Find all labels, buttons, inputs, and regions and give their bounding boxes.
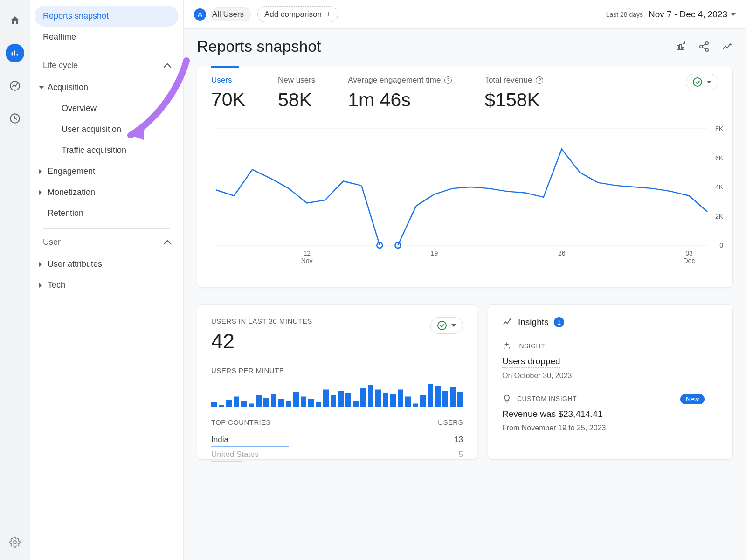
svg-rect-29 (234, 397, 239, 408)
svg-rect-52 (405, 397, 411, 408)
section-label: User (43, 237, 61, 247)
svg-rect-34 (271, 394, 276, 408)
svg-rect-56 (435, 386, 441, 407)
nav-overview[interactable]: Overview (36, 98, 179, 119)
svg-rect-57 (442, 391, 448, 407)
col-users: USERS (438, 418, 463, 426)
svg-text:8K: 8K (715, 125, 724, 132)
svg-text:03: 03 (685, 249, 693, 257)
customize-report-icon[interactable] (675, 41, 686, 52)
kpi-engagement-time[interactable]: Average engagement time? 1m 46s (348, 76, 452, 111)
advertising-icon[interactable] (6, 109, 24, 128)
chevron-up-icon (164, 63, 172, 71)
svg-text:2K: 2K (715, 213, 724, 220)
svg-rect-55 (428, 384, 433, 407)
nav-acquisition[interactable]: Acquisition (36, 77, 179, 98)
svg-rect-44 (345, 393, 351, 407)
svg-rect-36 (286, 401, 291, 408)
svg-line-24 (361, 186, 380, 245)
reports-icon[interactable] (6, 44, 24, 62)
svg-rect-37 (293, 392, 299, 408)
nav-realtime[interactable]: Realtime (35, 27, 179, 48)
nav-tech[interactable]: Tech (36, 275, 179, 296)
svg-point-61 (510, 319, 511, 320)
svg-rect-50 (390, 394, 396, 408)
country-row[interactable]: India13 (211, 429, 463, 444)
nav-user-attributes[interactable]: User attributes (36, 254, 179, 275)
caret-down-icon[interactable] (731, 13, 736, 16)
svg-point-4 (700, 45, 703, 48)
audience-badge[interactable]: A (194, 8, 206, 21)
svg-rect-53 (413, 404, 418, 408)
kpi-users[interactable]: Users 70K (211, 76, 245, 111)
explore-icon[interactable] (6, 76, 24, 95)
realtime-title: USERS IN LAST 30 MINUTES (211, 317, 312, 326)
svg-rect-41 (323, 390, 329, 408)
svg-text:6K: 6K (715, 154, 724, 162)
nav-traffic-acquisition[interactable]: Traffic acquisition (36, 140, 179, 161)
svg-point-2 (14, 541, 16, 544)
caret-right-icon (39, 283, 42, 288)
svg-point-3 (705, 42, 708, 45)
add-comparison-button[interactable]: Add comparison + (257, 6, 338, 22)
caret-right-icon (39, 169, 42, 174)
svg-rect-54 (420, 395, 426, 407)
col-countries: TOP COUNTRIES (211, 418, 271, 426)
svg-rect-27 (219, 405, 224, 407)
divider (43, 228, 170, 229)
home-icon[interactable] (6, 11, 24, 30)
insights-header[interactable]: Insights 1 (502, 317, 718, 327)
section-user[interactable]: User (35, 231, 179, 254)
kpi-total-revenue[interactable]: Total revenue? $158K (484, 76, 543, 111)
svg-text:0: 0 (719, 242, 723, 249)
svg-rect-45 (353, 401, 359, 408)
svg-rect-59 (457, 392, 463, 408)
insight-item[interactable]: New CUSTOM INSIGHT Revenue was $23,414.4… (502, 394, 718, 432)
insights-icon[interactable] (722, 41, 733, 52)
chevron-up-icon (164, 240, 172, 248)
nav-engagement[interactable]: Engagement (36, 161, 179, 182)
nav-retention[interactable]: Retention (36, 203, 179, 224)
nav-user-acquisition[interactable]: User acquisition (36, 119, 179, 140)
country-row[interactable]: United States5 (211, 444, 463, 459)
svg-rect-26 (211, 402, 217, 407)
section-label: Life cycle (43, 61, 78, 70)
kpi-row: Users 70K New users 58K Average engageme… (211, 76, 718, 111)
overview-card: Users 70K New users 58K Average engageme… (197, 66, 733, 288)
svg-rect-49 (383, 393, 388, 407)
svg-rect-46 (360, 388, 366, 407)
realtime-card: USERS IN LAST 30 MINUTES 42 USERS PER MI… (197, 304, 477, 460)
date-range-label: Last 28 days (606, 11, 643, 18)
svg-text:Dec: Dec (684, 257, 695, 264)
svg-rect-35 (278, 399, 284, 408)
svg-text:26: 26 (558, 249, 566, 257)
audience-pill[interactable]: All Users (211, 7, 251, 21)
caret-down-icon (39, 86, 44, 89)
info-icon[interactable]: ? (536, 76, 543, 84)
new-badge: New (680, 394, 705, 404)
share-icon[interactable] (698, 41, 710, 52)
insight-subtitle: From November 19 to 25, 2023 (502, 424, 718, 432)
status-pill[interactable] (686, 74, 718, 90)
svg-rect-47 (368, 385, 373, 408)
insight-item[interactable]: INSIGHT Users dropped On October 30, 202… (502, 341, 718, 380)
plus-icon: + (326, 9, 332, 19)
svg-point-62 (509, 347, 511, 349)
settings-icon[interactable] (6, 533, 24, 552)
realtime-status-pill[interactable] (430, 317, 463, 334)
bulb-icon (502, 394, 511, 403)
users-line-chart: 02K4K6K8K12Nov192603Dec (211, 124, 718, 275)
insights-sparkle-icon (502, 317, 512, 327)
check-icon (437, 321, 447, 330)
date-range-picker[interactable]: Nov 7 - Dec 4, 2023 (649, 9, 727, 20)
users-per-minute-label: USERS PER MINUTE (211, 366, 463, 374)
nav-monetization[interactable]: Monetization (36, 182, 179, 203)
svg-rect-33 (263, 398, 269, 407)
info-icon[interactable]: ? (444, 76, 452, 84)
user-group: User attributes Tech (35, 254, 179, 296)
nav-reports-snapshot[interactable]: Reports snapshot (35, 6, 179, 27)
sidebar: Reports snapshot Realtime Life cycle Acq… (30, 0, 184, 560)
kpi-new-users[interactable]: New users 58K (278, 76, 315, 111)
page-header: Reports snapshot (184, 29, 746, 59)
section-life-cycle[interactable]: Life cycle (35, 54, 179, 77)
